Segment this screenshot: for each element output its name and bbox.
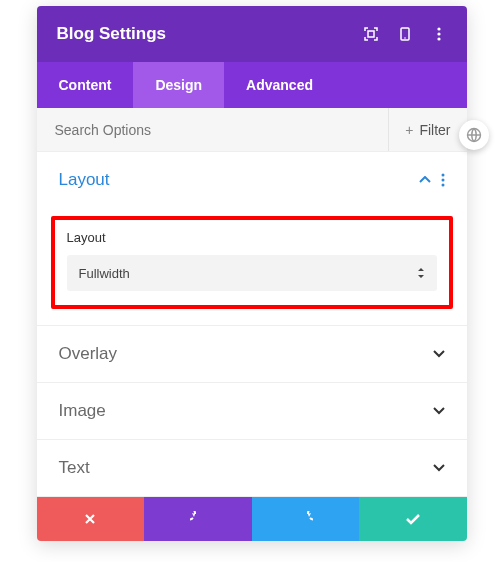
section-overlay: Overlay <box>37 326 467 383</box>
panel-title: Blog Settings <box>57 24 167 44</box>
svg-point-4 <box>437 32 440 35</box>
chevron-up-icon[interactable] <box>419 176 431 184</box>
section-title-image: Image <box>59 401 106 421</box>
search-row: + Filter <box>37 108 467 152</box>
section-title-overlay: Overlay <box>59 344 118 364</box>
section-image: Image <box>37 383 467 440</box>
filter-label: Filter <box>419 122 450 138</box>
svg-point-7 <box>441 179 444 182</box>
settings-panel: Blog Settings Content De <box>37 6 467 541</box>
section-title-layout: Layout <box>59 170 110 190</box>
layout-select-value: Fullwidth <box>79 266 130 281</box>
options-dots-icon[interactable] <box>441 173 445 187</box>
tab-content[interactable]: Content <box>37 62 134 108</box>
floating-help-button[interactable] <box>459 120 489 150</box>
tab-design[interactable]: Design <box>133 62 224 108</box>
undo-button[interactable] <box>144 497 252 541</box>
svg-point-5 <box>437 37 440 40</box>
menu-dots-icon[interactable] <box>431 26 447 42</box>
redo-button[interactable] <box>252 497 360 541</box>
section-body-layout: Layout Fullwidth <box>37 208 467 325</box>
svg-rect-0 <box>368 31 374 37</box>
filter-button[interactable]: + Filter <box>388 108 466 151</box>
tabs-bar: Content Design Advanced <box>37 62 467 108</box>
section-header-image[interactable]: Image <box>37 383 467 439</box>
section-title-text: Text <box>59 458 90 478</box>
panel-header: Blog Settings <box>37 6 467 62</box>
save-button[interactable] <box>359 497 467 541</box>
plus-icon: + <box>405 122 413 138</box>
undo-icon <box>190 511 206 527</box>
section-layout-controls <box>419 173 445 187</box>
chevron-down-icon <box>433 350 445 358</box>
check-icon <box>405 513 421 525</box>
select-caret-icon <box>417 268 425 278</box>
svg-point-3 <box>437 27 440 30</box>
svg-point-8 <box>441 184 444 187</box>
close-icon <box>83 512 97 526</box>
layout-field-label: Layout <box>67 230 437 245</box>
chevron-down-icon <box>433 464 445 472</box>
section-header-text[interactable]: Text <box>37 440 467 496</box>
cancel-button[interactable] <box>37 497 145 541</box>
section-layout: Layout Layout Fullwidth <box>37 152 467 326</box>
section-header-overlay[interactable]: Overlay <box>37 326 467 382</box>
svg-point-2 <box>404 37 406 39</box>
tab-advanced[interactable]: Advanced <box>224 62 335 108</box>
tablet-icon[interactable] <box>397 26 413 42</box>
chevron-down-icon <box>433 407 445 415</box>
footer-actions <box>37 497 467 541</box>
expand-icon[interactable] <box>363 26 379 42</box>
section-text: Text <box>37 440 467 497</box>
header-icon-group <box>363 26 447 42</box>
layout-select[interactable]: Fullwidth <box>67 255 437 291</box>
redo-icon <box>297 511 313 527</box>
section-header-layout[interactable]: Layout <box>37 152 467 208</box>
search-input[interactable] <box>37 122 389 138</box>
svg-point-6 <box>441 174 444 177</box>
globe-icon <box>466 127 482 143</box>
highlight-box: Layout Fullwidth <box>51 216 453 309</box>
